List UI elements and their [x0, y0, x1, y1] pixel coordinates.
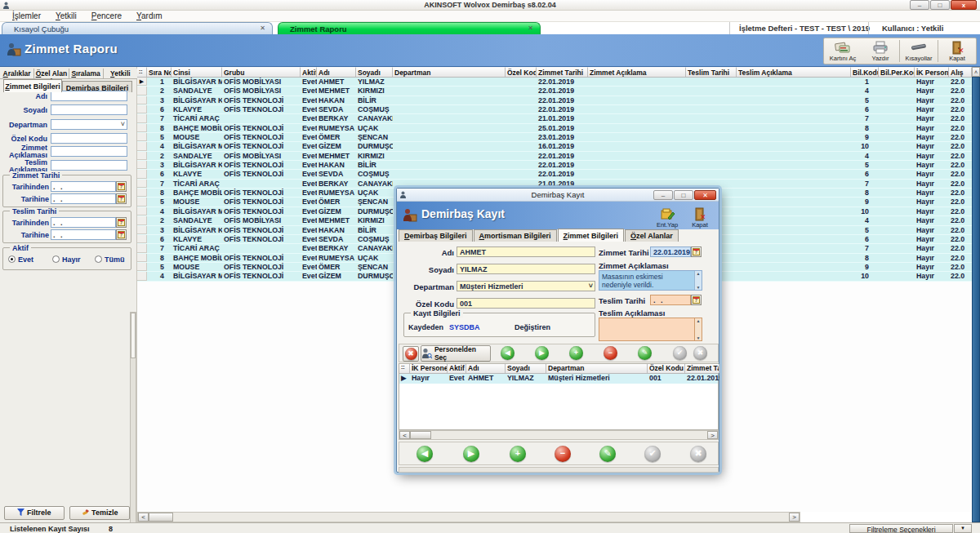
- cancel-button[interactable]: ✖: [403, 346, 419, 362]
- confirm-button[interactable]: ✔: [673, 346, 687, 360]
- zimmet-tarihine-input[interactable]: . .: [51, 193, 116, 204]
- calendar-button[interactable]: 7: [116, 217, 127, 228]
- table-row[interactable]: 6KLAVYEOFİS TEKNOLOJİEvetSEVDACOŞMUŞ22.0…: [137, 105, 972, 114]
- textarea-scrollbar[interactable]: ▲▼: [694, 318, 702, 340]
- dialog-tab-zimmet[interactable]: Zimmet Bilgileri: [558, 229, 625, 242]
- filter-options-dropdown-icon[interactable]: ▼: [954, 524, 972, 533]
- column-header-11[interactable]: Teslim Açıklama: [737, 67, 851, 77]
- personelden-sec-button[interactable]: Personelden Seç: [421, 345, 491, 362]
- d-zimmet-tarihi-input[interactable]: 22.01.2019: [650, 247, 691, 257]
- d-zimmet-aciklamasi-textarea[interactable]: Masasının eskimesi nedeniyle verildi. ▲▼: [599, 270, 702, 291]
- close-button[interactable]: x: [951, 0, 977, 10]
- kisayollar-button[interactable]: Kısayollar: [900, 38, 938, 64]
- column-header-15[interactable]: Alış: [949, 67, 972, 77]
- d-ozel-kodu-input[interactable]: 001: [457, 298, 595, 309]
- column-header-1[interactable]: Cinsi: [172, 67, 222, 77]
- confirm-button[interactable]: ✔: [644, 446, 661, 462]
- radio-hayir[interactable]: Hayır: [52, 255, 81, 264]
- grid-vscrollbar[interactable]: ˄: [972, 67, 980, 522]
- column-header-4[interactable]: Adı: [317, 67, 356, 77]
- tab-siralama[interactable]: Sıralama: [69, 69, 104, 78]
- scrollbar-thumb[interactable]: [410, 431, 431, 439]
- table-row[interactable]: 8BAHÇE MOBİLYAOFİS TEKNOLOJİEvetRUMEYSAU…: [137, 124, 972, 133]
- tab-yetkili[interactable]: Yetkili: [104, 69, 137, 78]
- column-header-8[interactable]: Zimmet Tarihi: [537, 67, 588, 77]
- textarea-scrollbar[interactable]: ▲▼: [694, 271, 702, 290]
- soyadi-input[interactable]: [51, 104, 127, 115]
- next-record-button[interactable]: ▶: [535, 346, 549, 360]
- d-adi-input[interactable]: AHMET: [457, 247, 595, 257]
- menu-item-2[interactable]: Pencere: [84, 11, 129, 20]
- d-departman-select[interactable]: Müşteri Hizmetleri: [457, 281, 595, 291]
- column-header-6[interactable]: Departman: [393, 67, 506, 77]
- maximize-button[interactable]: □: [930, 0, 950, 10]
- tab-zimmet-raporu[interactable]: Zimmet Raporu ✕: [278, 22, 541, 34]
- radio-evet[interactable]: Evet: [8, 255, 33, 264]
- column-header-2[interactable]: Grubu: [222, 67, 301, 77]
- menu-item-0[interactable]: İşlemler: [5, 11, 48, 20]
- table-row[interactable]: ▶HayırEvetAHMETYILMAZMüşteri Hizmetleri0…: [399, 374, 718, 384]
- prev-record-button[interactable]: ◀: [416, 446, 433, 462]
- calendar-button[interactable]: 7: [116, 181, 127, 192]
- table-row[interactable]: 3BİLGİSAYAR KASOFİS TEKNOLOJİEvetHAKANBİ…: [137, 96, 972, 105]
- discard-button[interactable]: ✖: [693, 346, 707, 360]
- scroll-up-icon[interactable]: ˄: [972, 67, 980, 77]
- yazdir-button[interactable]: Yazdır: [862, 38, 899, 64]
- tab-kisayol-cubugu[interactable]: Kısayol Çubuğu ✕: [2, 22, 273, 34]
- column-header-1[interactable]: Aktif: [448, 364, 466, 373]
- grid-hscrollbar[interactable]: < >: [137, 512, 800, 522]
- column-header-10[interactable]: Teslim Tarihi: [686, 67, 737, 77]
- dialog-maximize-button[interactable]: □: [674, 190, 693, 200]
- departman-select[interactable]: [51, 119, 127, 130]
- column-header-9[interactable]: Zimmet Açıklama: [588, 67, 686, 77]
- teslim-tarihine-input[interactable]: . .: [51, 229, 116, 240]
- calendar-button[interactable]: 7: [691, 295, 702, 305]
- dialog-close-button[interactable]: ✕: [694, 190, 716, 200]
- scrollbar-thumb[interactable]: [131, 313, 136, 358]
- subtab-zimmet-bilgileri[interactable]: Zimmet Bilgileri: [3, 79, 62, 92]
- table-row[interactable]: 3BİLGİSAYAR KASOFİS TEKNOLOJİEvetHAKANBİ…: [137, 161, 972, 170]
- column-header-14[interactable]: İK Personeli: [915, 67, 949, 77]
- calendar-button[interactable]: 7: [116, 193, 127, 204]
- scrollbar-thumb[interactable]: [972, 77, 980, 522]
- column-header-13[interactable]: Bil.Per.Kodu: [879, 67, 915, 77]
- column-header-7[interactable]: Özel Kodu: [506, 67, 537, 77]
- column-header-3[interactable]: Soyadı: [506, 364, 546, 373]
- calendar-button[interactable]: 7: [691, 247, 702, 257]
- table-row[interactable]: 7TİCARİ ARAÇEvetBERKAYCANAYAKIN21.01.201…: [137, 114, 972, 123]
- dialog-tab-amortisman[interactable]: Amortisman Bilgileri: [474, 229, 557, 242]
- tab-close-icon[interactable]: ✕: [528, 24, 533, 32]
- tab-ozel-alan[interactable]: Özel Alan Flt.: [34, 69, 69, 78]
- table-row[interactable]: 5MOUSEOFİS TEKNOLOJİEvetÖMERŞENCAN23.01.…: [137, 133, 972, 142]
- entyap-button[interactable]: Ent.Yap: [653, 203, 681, 229]
- filtreleme-secenekleri-button[interactable]: Filtreleme Seçenekleri: [849, 524, 953, 533]
- d-teslim-tarihi-input[interactable]: . .: [650, 295, 691, 305]
- tab-close-icon[interactable]: ✕: [260, 24, 265, 32]
- tab-araliklar[interactable]: Aralıklar: [0, 69, 34, 78]
- add-record-button[interactable]: +: [569, 346, 583, 360]
- d-soyadi-input[interactable]: YILMAZ: [457, 264, 595, 274]
- scroll-right-icon[interactable]: >: [789, 513, 800, 522]
- prev-record-button[interactable]: ◀: [501, 346, 514, 360]
- column-header-12[interactable]: Bil.Kodu: [851, 67, 879, 77]
- column-header-4[interactable]: Departman: [546, 364, 648, 373]
- discard-button[interactable]: ✖: [690, 446, 706, 462]
- kartini-ac-button[interactable]: Kartını Aç: [824, 38, 862, 64]
- temizle-button[interactable]: Temizle: [69, 506, 130, 520]
- column-header-5[interactable]: Özel Kodu: [648, 364, 685, 373]
- edit-record-button[interactable]: ✎: [599, 446, 616, 462]
- table-row[interactable]: 6KLAVYEOFİS TEKNOLOJİEvetSEVDACOŞMUŞ22.0…: [137, 170, 972, 179]
- adi-input[interactable]: [51, 91, 127, 101]
- table-row[interactable]: 2SANDALYEOFİS MOBİLYASIEvetMEHMETKIRMIZI…: [137, 87, 972, 95]
- calendar-button[interactable]: 7: [116, 229, 127, 240]
- scroll-right-icon[interactable]: >: [707, 431, 718, 439]
- dialog-kapat-button[interactable]: ✕ Kapat: [686, 203, 714, 229]
- column-header-2[interactable]: Adı: [466, 364, 506, 373]
- dialog-grid-hscrollbar[interactable]: < >: [399, 430, 719, 440]
- dialog-tab-demirbas[interactable]: Demirbaş Bilgileri: [399, 229, 473, 242]
- menu-item-3[interactable]: Yardım: [129, 11, 170, 20]
- column-header-6[interactable]: Zimmet Tar: [685, 364, 719, 373]
- filtrele-button[interactable]: Filtrele: [4, 506, 65, 520]
- delete-record-button[interactable]: −: [604, 346, 617, 360]
- scroll-left-icon[interactable]: <: [399, 431, 410, 439]
